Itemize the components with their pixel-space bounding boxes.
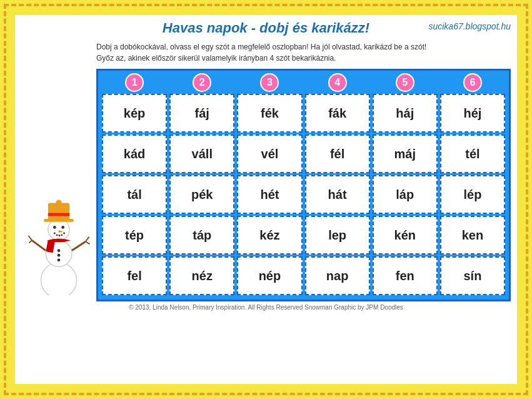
cell-3-2[interactable]: pék [169,175,234,214]
instruction-line-1: Dobj a dobókockával, olvass el egy szót … [96,43,426,51]
outer-border: Havas napok - dobj és karikázz! sucika67… [4,4,528,395]
cell-3-3[interactable]: hét [237,175,302,214]
col-num-3: 3 [260,73,279,92]
snowman-graphic [24,170,93,295]
svg-point-13 [63,233,65,235]
cell-5-1[interactable]: fel [102,256,167,295]
cell-5-2[interactable]: néz [169,256,234,295]
svg-line-24 [86,241,90,244]
col-num-5: 5 [396,73,414,92]
col-header-1: 1 [102,73,167,92]
cell-2-5[interactable]: máj [373,134,438,173]
cell-1-1[interactable]: kép [102,94,167,133]
cell-1-3[interactable]: fék [237,94,302,133]
svg-point-6 [56,200,62,206]
grid-row-5: fel néz nép nap fen sín [101,256,506,295]
col-header-3: 3 [237,73,302,92]
cell-5-5[interactable]: fen [373,256,438,295]
cell-1-2[interactable]: fáj [169,94,234,133]
game-board: 1 2 3 4 5 6 [96,69,511,301]
svg-line-19 [32,240,46,250]
cell-3-6[interactable]: lép [440,175,505,214]
col-header-6: 6 [440,73,505,92]
col-header-4: 4 [305,73,370,92]
inner-area: Havas napok - dobj és karikázz! sucika67… [15,15,517,384]
svg-point-2 [48,219,69,240]
svg-line-22 [29,240,32,243]
grid-row-2: kád váll vél fél máj tél [101,134,506,173]
svg-point-7 [53,226,56,229]
svg-point-17 [58,254,61,257]
col-num-1: 1 [125,73,144,92]
grid-row-4: tép táp kéz lep kén ken [101,216,506,255]
svg-rect-5 [48,213,69,216]
col-num-4: 4 [328,73,347,92]
page-title: Havas napok - dobj és karikázz! [163,20,369,36]
svg-point-8 [61,226,64,229]
svg-point-9 [54,233,56,235]
cell-1-6[interactable]: héj [440,94,505,133]
cell-2-6[interactable]: tél [440,134,505,173]
svg-line-23 [86,237,89,242]
cell-3-5[interactable]: láp [373,175,438,214]
blog-link: sucika67.blogspot.hu [428,21,511,31]
footer: © 2013, Linda Nelson, Primary Inspiratio… [15,301,517,311]
cell-2-2[interactable]: váll [169,134,234,173]
instructions-area: Dobj a dobókockával, olvass el egy szót … [15,39,517,68]
cell-2-3[interactable]: vél [237,134,302,173]
svg-point-11 [59,235,61,236]
cell-3-4[interactable]: hát [305,175,370,214]
cell-4-6[interactable]: ken [440,216,505,255]
col-header-5: 5 [373,73,438,92]
svg-point-16 [58,249,61,252]
cell-4-1[interactable]: tép [102,216,167,255]
col-num-6: 6 [463,73,482,92]
game-board-wrapper: 1 2 3 4 5 6 [15,69,517,301]
grid-row-3: tál pék hét hát láp lép [101,175,506,214]
col-header-2: 2 [169,73,234,92]
cell-3-1[interactable]: tál [102,175,167,214]
column-headers: 1 2 3 4 5 6 [101,73,506,92]
cell-4-4[interactable]: lep [305,216,370,255]
cell-5-3[interactable]: nép [237,256,302,295]
cell-4-2[interactable]: táp [169,216,234,255]
footer-text: © 2013, Linda Nelson, Primary Inspiratio… [129,304,403,311]
svg-point-0 [41,263,76,295]
grid-row-1: kép fáj fék fák háj héj [101,94,506,133]
col-num-2: 2 [193,73,211,92]
cell-2-4[interactable]: fél [305,134,370,173]
snowman-area [21,69,96,301]
cell-4-3[interactable]: kéz [237,216,302,255]
cell-4-5[interactable]: kén [373,216,438,255]
svg-line-20 [72,241,86,250]
cell-1-5[interactable]: háj [373,94,438,133]
cell-2-1[interactable]: kád [102,134,167,173]
cell-5-6[interactable]: sín [440,256,505,295]
svg-point-12 [61,234,63,236]
svg-line-21 [28,236,32,241]
cell-1-4[interactable]: fák [305,94,370,133]
title-area: Havas napok - dobj és karikázz! sucika67… [15,15,517,39]
instruction-line-2: Győz az, akinek először sikerül valamely… [96,54,336,63]
svg-point-18 [58,258,61,261]
svg-point-10 [56,234,58,236]
cell-5-4[interactable]: nap [305,256,370,295]
